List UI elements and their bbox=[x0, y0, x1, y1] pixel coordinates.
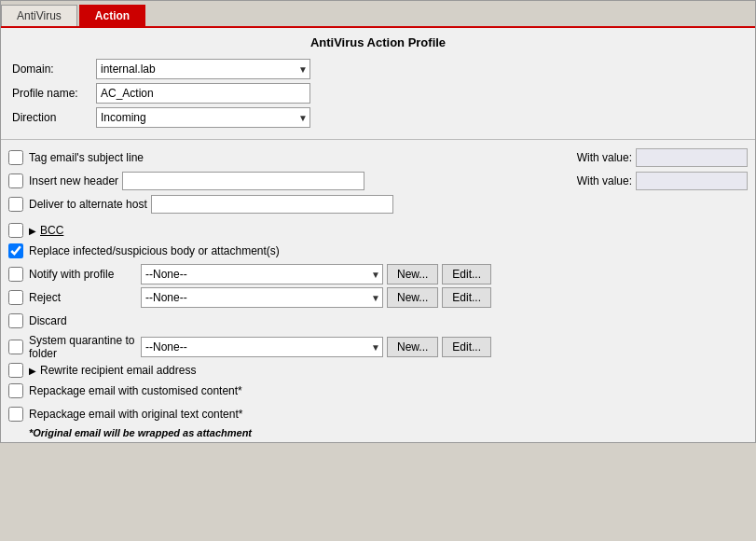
direction-row: Direction Incoming Outgoing Both ▼ bbox=[12, 107, 744, 128]
replace-body-checkbox[interactable] bbox=[8, 243, 23, 258]
insert-header-value-input[interactable] bbox=[636, 172, 748, 190]
tab-antivirus[interactable]: AntiVirus bbox=[1, 5, 77, 26]
discard-label: Discard bbox=[29, 314, 67, 327]
bcc-row: ▶ BCC bbox=[8, 223, 748, 238]
replace-body-label: Replace infected/suspicious body or atta… bbox=[29, 244, 280, 257]
tag-subject-label: Tag email's subject line bbox=[29, 151, 144, 164]
notify-profile-checkbox[interactable] bbox=[8, 267, 23, 282]
reject-new-button[interactable]: New... bbox=[387, 287, 438, 308]
rewrite-expand-icon[interactable]: ▶ bbox=[29, 366, 36, 376]
quarantine-new-button[interactable]: New... bbox=[387, 337, 438, 357]
deliver-alternate-input[interactable] bbox=[151, 195, 393, 214]
quarantine-label: System quarantine to folder bbox=[29, 334, 141, 360]
discard-row: Discard bbox=[8, 311, 748, 331]
domain-input[interactable] bbox=[96, 59, 310, 79]
notify-profile-new-button[interactable]: New... bbox=[387, 264, 438, 284]
bcc-checkbox[interactable] bbox=[8, 223, 23, 238]
insert-header-row: Insert new header With value: bbox=[8, 171, 748, 191]
rewrite-recipient-checkbox[interactable] bbox=[8, 363, 23, 378]
deliver-alternate-checkbox[interactable] bbox=[8, 197, 23, 212]
reject-edit-button[interactable]: Edit... bbox=[442, 287, 491, 308]
profile-name-input[interactable] bbox=[96, 83, 310, 104]
quarantine-select[interactable]: --None-- bbox=[141, 337, 383, 357]
direction-label: Direction bbox=[12, 111, 96, 124]
insert-header-input[interactable] bbox=[122, 172, 364, 190]
notify-profile-select[interactable]: --None-- bbox=[141, 264, 383, 284]
attachment-note: *Original email will be wrapped as attac… bbox=[29, 427, 748, 438]
profile-name-label: Profile name: bbox=[12, 87, 96, 100]
tag-subject-with-value-label: With value: bbox=[577, 151, 632, 164]
tab-action[interactable]: Action bbox=[79, 5, 145, 26]
rewrite-recipient-row: ▶ Rewrite recipient email address bbox=[8, 363, 748, 378]
rewrite-recipient-label: Rewrite recipient email address bbox=[40, 364, 196, 377]
tag-subject-value-group: With value: bbox=[577, 148, 748, 167]
bcc-link[interactable]: BCC bbox=[40, 224, 63, 237]
insert-header-checkbox[interactable] bbox=[8, 173, 23, 188]
tag-subject-row: Tag email's subject line With value: bbox=[8, 147, 748, 168]
tabs-bar: AntiVirus Action bbox=[1, 1, 755, 28]
repackage-original-checkbox[interactable] bbox=[8, 407, 23, 422]
tag-subject-checkbox[interactable] bbox=[8, 150, 23, 165]
repackage-custom-label: Repackage email with customised content* bbox=[29, 384, 242, 397]
deliver-alternate-row: Deliver to alternate host bbox=[8, 194, 748, 215]
quarantine-select-wrapper: --None-- ▼ bbox=[141, 337, 383, 357]
domain-label: Domain: bbox=[12, 62, 96, 76]
direction-select[interactable]: Incoming Outgoing Both bbox=[96, 107, 310, 128]
repackage-original-label: Repackage email with original text conte… bbox=[29, 408, 242, 421]
notify-profile-edit-button[interactable]: Edit... bbox=[442, 264, 491, 284]
repackage-custom-row: Repackage email with customised content* bbox=[8, 381, 748, 401]
reject-select-wrapper: --None-- ▼ bbox=[141, 287, 383, 308]
domain-select-wrapper: ▼ bbox=[96, 59, 310, 79]
insert-header-label: Insert new header bbox=[29, 174, 118, 187]
discard-checkbox[interactable] bbox=[8, 313, 23, 328]
reject-checkbox[interactable] bbox=[8, 290, 23, 305]
replace-body-row: Replace infected/suspicious body or atta… bbox=[8, 241, 748, 261]
domain-row: Domain: ▼ bbox=[12, 59, 744, 79]
notify-profile-label: Notify with profile bbox=[29, 268, 141, 281]
page-title: AntiVirus Action Profile bbox=[1, 28, 755, 55]
notify-profile-select-wrapper: --None-- ▼ bbox=[141, 264, 383, 284]
reject-row: Reject --None-- ▼ New... Edit... bbox=[8, 287, 748, 308]
direction-select-wrapper: Incoming Outgoing Both ▼ bbox=[96, 107, 310, 128]
quarantine-row: System quarantine to folder --None-- ▼ N… bbox=[8, 334, 748, 360]
reject-label: Reject bbox=[29, 291, 141, 304]
quarantine-edit-button[interactable]: Edit... bbox=[442, 337, 491, 357]
repackage-original-row: Repackage email with original text conte… bbox=[8, 404, 748, 424]
bcc-expand-icon[interactable]: ▶ bbox=[29, 226, 36, 236]
deliver-alternate-label: Deliver to alternate host bbox=[29, 198, 147, 211]
tag-subject-value-input[interactable] bbox=[636, 148, 748, 167]
quarantine-checkbox[interactable] bbox=[8, 340, 23, 354]
notify-profile-row: Notify with profile --None-- ▼ New... Ed… bbox=[8, 264, 748, 284]
form-section: Domain: ▼ Profile name: Direction Incomi… bbox=[1, 55, 755, 135]
profile-name-row: Profile name: bbox=[12, 83, 744, 104]
insert-header-with-value-label: With value: bbox=[577, 174, 632, 187]
repackage-custom-checkbox[interactable] bbox=[8, 383, 23, 398]
options-section: Tag email's subject line With value: Ins… bbox=[1, 144, 755, 442]
insert-header-value-group: With value: bbox=[577, 172, 748, 190]
reject-select[interactable]: --None-- bbox=[141, 287, 383, 308]
